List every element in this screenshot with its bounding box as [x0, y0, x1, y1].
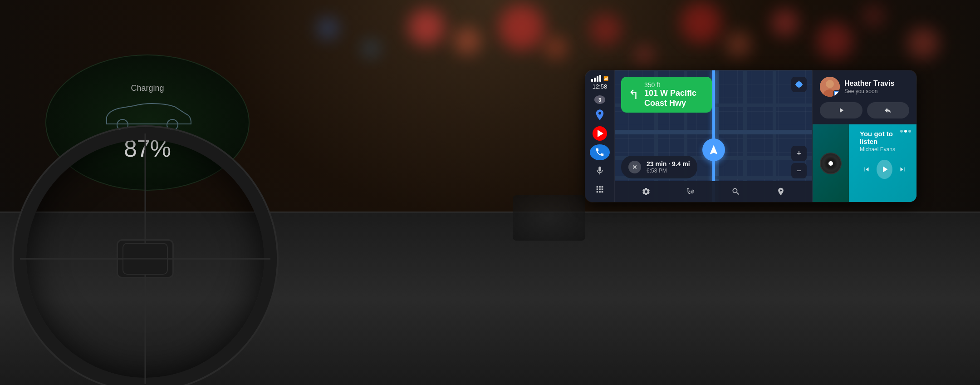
turn-distance: 350 ft — [644, 81, 696, 89]
sidebar-item-mic[interactable] — [590, 163, 610, 179]
eta-info-box: ✕ 23 min · 9.4 mi 6:58 PM — [621, 156, 697, 178]
right-panel: Heather Travis See you soon — [812, 70, 916, 202]
music-album-art — [813, 124, 849, 202]
reply-icon — [884, 106, 892, 114]
contact-card: Heather Travis See you soon — [813, 70, 916, 124]
mic-icon — [595, 166, 605, 176]
search-icon — [731, 187, 740, 196]
map-area[interactable]: ↰ 350 ft 101 W PacificCoast Hwy ✕ 23 min… — [615, 70, 812, 202]
next-track-button[interactable] — [896, 161, 909, 178]
location-button[interactable] — [791, 77, 807, 92]
sidebar-item-phone[interactable] — [590, 144, 610, 160]
arrow-up-icon — [708, 144, 720, 156]
play-message-button[interactable] — [820, 102, 862, 118]
pin-icon — [776, 187, 785, 196]
route-icon — [686, 187, 696, 196]
zoom-in-button[interactable]: + — [791, 146, 807, 161]
music-artist: Michael Evans — [860, 146, 909, 153]
previous-track-button[interactable] — [860, 161, 873, 178]
play-pause-icon — [880, 164, 890, 174]
arrival-time: 6:58 PM — [647, 168, 690, 174]
music-controls — [860, 160, 909, 179]
map-zoom-controls: + − — [791, 146, 807, 178]
youtube-icon — [593, 126, 607, 141]
maps-icon — [593, 109, 606, 121]
vinyl-record — [820, 153, 842, 174]
sidebar-item-maps[interactable] — [590, 107, 610, 123]
music-card: You got to listen Michael Evans — [813, 124, 916, 202]
eta-time: 23 min · 9.4 mi — [647, 160, 690, 168]
sidebar: 📶 12:58 3 — [585, 70, 615, 202]
android-auto-display: 📶 12:58 3 — [585, 70, 916, 202]
skip-previous-icon — [862, 165, 871, 173]
contact-info: Heather Travis See you soon — [844, 79, 894, 94]
pin-button[interactable] — [773, 183, 789, 200]
skip-next-icon — [898, 165, 906, 173]
svg-point-3 — [826, 80, 834, 88]
settings-button[interactable] — [638, 183, 654, 200]
turn-street: 101 W PacificCoast Hwy — [644, 89, 696, 108]
reply-button[interactable] — [867, 102, 910, 118]
settings-icon — [642, 187, 651, 196]
eta-details: 23 min · 9.4 mi 6:58 PM — [647, 160, 690, 174]
contact-message: See you soon — [844, 88, 894, 94]
play-pause-button[interactable] — [877, 160, 892, 179]
contact-name: Heather Travis — [844, 79, 894, 88]
zoom-out-button[interactable]: − — [791, 163, 807, 178]
contact-header: Heather Travis See you soon — [820, 77, 909, 97]
phone-icon — [595, 147, 605, 157]
turn-arrow-icon: ↰ — [628, 87, 639, 102]
clock-display: 12:58 — [593, 83, 608, 90]
sidebar-item-apps[interactable] — [590, 182, 610, 197]
main-scene: Charging 87% — [0, 0, 980, 385]
route-options-button[interactable] — [683, 183, 699, 200]
search-button[interactable] — [728, 183, 744, 200]
notification-badge[interactable]: 3 — [594, 95, 605, 104]
contact-actions — [820, 102, 909, 118]
message-platform-badge — [833, 90, 840, 97]
location-icon — [795, 80, 803, 89]
charging-label: Charging — [131, 84, 164, 93]
badge-count: 3 — [598, 97, 601, 103]
svg-point-1 — [167, 119, 178, 130]
play-icon — [837, 106, 845, 114]
apps-icon — [595, 184, 605, 194]
signal-bars: 📶 — [591, 75, 608, 82]
music-info: You got to listen Michael Evans — [860, 130, 909, 153]
message-icon — [835, 92, 839, 96]
contact-avatar — [820, 77, 840, 97]
map-toolbar — [615, 181, 812, 202]
turn-info: 350 ft 101 W PacificCoast Hwy — [644, 81, 696, 108]
navigation-arrow — [702, 138, 725, 161]
turn-instruction-banner: ↰ 350 ft 101 W PacificCoast Hwy — [621, 77, 712, 113]
steering-wheel — [14, 127, 277, 385]
close-route-button[interactable]: ✕ — [628, 161, 641, 173]
music-title: You got to listen — [860, 130, 909, 145]
sidebar-item-youtube-music[interactable] — [590, 125, 610, 141]
speaker-grille — [513, 195, 585, 241]
